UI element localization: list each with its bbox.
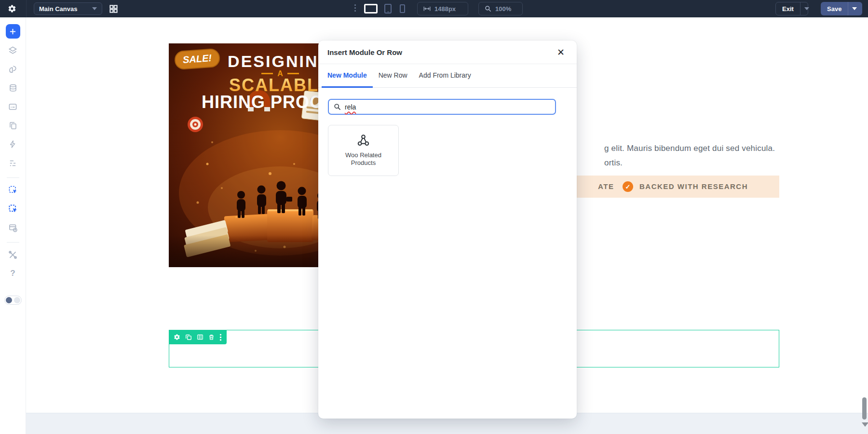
save-button-label: Save (821, 2, 848, 15)
design-assets-button[interactable] (6, 62, 20, 76)
vertical-scrollbar-thumb[interactable] (862, 397, 867, 420)
responsive-menu-kebab-icon[interactable] (354, 4, 356, 12)
feature-bar-fragment: ATE (598, 182, 614, 190)
canvas-width-indicator[interactable]: 1488px (417, 2, 468, 15)
platform-edge (268, 209, 312, 211)
title-dash (261, 73, 273, 74)
layers-button[interactable] (6, 43, 20, 57)
search-input-value: rela (345, 103, 356, 111)
tools-button[interactable] (6, 247, 20, 262)
poster-title-line1: DESIGNING (228, 52, 333, 70)
lightning-bolt-icon (9, 139, 17, 149)
window-history-icon (8, 223, 18, 232)
insert-module-dialog: Insert Module Or Row ✕ New Module New Ro… (318, 41, 577, 419)
dialog-header: Insert Module Or Row ✕ (318, 41, 577, 64)
row-settings-gear-icon[interactable] (174, 334, 180, 340)
target-icon (188, 117, 203, 132)
row-toolbar (169, 330, 227, 344)
dialog-title: Insert Module Or Row (327, 48, 402, 56)
trash-icon[interactable] (208, 334, 215, 340)
field-list-button[interactable] (6, 156, 20, 170)
zoom-magnifier-icon (485, 5, 491, 12)
device-tablet-icon[interactable] (384, 4, 392, 14)
exit-dropdown-arrow[interactable] (800, 2, 813, 15)
database-icon (9, 83, 17, 93)
sale-badge-text: SALE! (182, 53, 212, 65)
form-card-icon (8, 102, 17, 111)
select-cursor-filled-icon (8, 204, 18, 214)
help-button[interactable]: ? (6, 266, 20, 281)
search-icon (334, 103, 341, 110)
dashboard-grid-icon[interactable] (109, 4, 118, 14)
tools-icon (8, 250, 17, 259)
forms-button[interactable] (6, 99, 20, 114)
scroll-down-arrow[interactable] (862, 422, 868, 427)
select-mode-button[interactable] (6, 183, 20, 197)
width-arrows-icon (423, 6, 431, 12)
canvas-width-value: 1488px (434, 5, 456, 13)
body-text-line1: g elit. Mauris bibendum eget dui sed veh… (604, 144, 775, 153)
module-result-label: Woo Related Products (337, 151, 390, 167)
tab-add-from-library[interactable]: Add From Library (413, 64, 477, 88)
zoom-level-value: 100% (495, 5, 511, 13)
canvas-selector-label: Main Canvas (39, 5, 92, 13)
save-button[interactable]: Save (821, 2, 862, 15)
body-text-line2: ortis. (604, 158, 623, 168)
close-icon[interactable]: ✕ (555, 46, 567, 58)
kebab-icon[interactable] (219, 334, 222, 341)
topbar-divider (26, 0, 27, 17)
share-network-icon (357, 134, 370, 147)
insert-mode-button[interactable] (6, 202, 20, 216)
add-module-button[interactable] (6, 24, 20, 39)
tab-new-row[interactable]: New Row (373, 64, 413, 88)
builder-topbar: Main Canvas 1488px 100% Exit (0, 0, 868, 17)
toggle-light-dot (14, 297, 20, 303)
zoom-level-indicator[interactable]: 100% (478, 2, 523, 15)
duplicate-icon[interactable] (185, 334, 192, 340)
settings-gear-icon[interactable] (8, 4, 16, 13)
database-button[interactable] (6, 81, 20, 95)
sidebar-divider (7, 177, 19, 178)
list-settings-icon (8, 159, 17, 167)
tab-new-module[interactable]: New Module (322, 64, 373, 88)
plus-icon (9, 28, 16, 35)
check-circle-icon: ✓ (623, 181, 633, 192)
history-button[interactable] (6, 220, 20, 235)
exit-button-label: Exit (776, 2, 800, 15)
save-dropdown-arrow[interactable] (848, 2, 861, 15)
device-phone-icon[interactable] (400, 4, 405, 13)
dialog-tabs: New Module New Row Add From Library (318, 64, 577, 88)
device-desktop-icon[interactable] (364, 4, 378, 14)
canvas-selector-dropdown[interactable]: Main Canvas (34, 2, 102, 15)
layers-icon (8, 46, 17, 55)
quick-actions-button[interactable] (6, 137, 20, 151)
columns-icon[interactable] (197, 334, 203, 340)
templates-button[interactable] (6, 118, 20, 133)
module-result-woo-related-products[interactable]: Woo Related Products (328, 125, 399, 176)
sidebar-divider (7, 242, 19, 243)
copy-pages-icon (9, 121, 17, 130)
sale-badge: SALE! (175, 49, 220, 69)
title-dash (287, 73, 299, 74)
shapes-icon (8, 65, 17, 74)
feature-bar-label: BACKED WITH RESEARCH (639, 182, 748, 190)
chevron-down-icon (92, 7, 97, 10)
builder-app: SALE! DESIGNING A SCALABLE HIRING PROCES… (0, 0, 868, 434)
toggle-gear-dot (6, 297, 12, 303)
builder-sidebar: ? (0, 17, 26, 434)
ui-mode-toggle[interactable] (4, 296, 22, 305)
module-search-input[interactable]: rela (328, 99, 556, 115)
select-cursor-icon (8, 185, 18, 195)
exit-button[interactable]: Exit (775, 2, 808, 15)
